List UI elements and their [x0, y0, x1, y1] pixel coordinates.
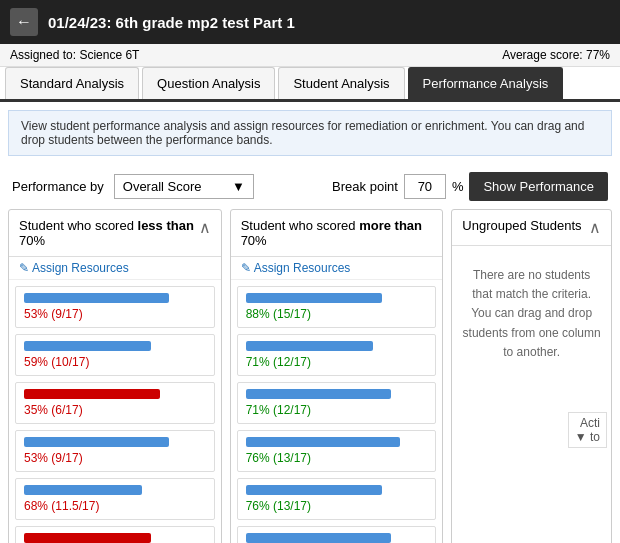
- list-item[interactable]: 71% (12/17): [237, 334, 437, 376]
- student-score: 35% (6/17): [24, 403, 206, 417]
- breakpoint-section: Break point % Show Performance: [332, 172, 608, 201]
- less-than-column: Student who scored less than 70% ∧ Assig…: [8, 209, 222, 543]
- student-name-blur: [24, 533, 151, 543]
- ungrouped-column: Ungrouped Students ∧ There are no studen…: [451, 209, 612, 543]
- ungrouped-header: Ungrouped Students ∧: [452, 210, 611, 246]
- student-score: 71% (12/17): [246, 355, 428, 369]
- student-name-blur: [246, 341, 373, 351]
- tab-performance[interactable]: Performance Analysis: [408, 67, 564, 99]
- ungrouped-message: There are no students that match the cri…: [452, 246, 611, 382]
- more-than-header-prefix: Student who scored: [241, 218, 360, 233]
- columns-wrapper: Student who scored less than 70% ∧ Assig…: [0, 209, 620, 543]
- student-score: 76% (13/17): [246, 451, 428, 465]
- list-item[interactable]: 71% (12/17): [237, 382, 437, 424]
- less-than-assign-resources[interactable]: Assign Resources: [9, 257, 221, 280]
- list-item[interactable]: 35% (6/17): [15, 382, 215, 424]
- more-than-column: Student who scored more than 70% Assign …: [230, 209, 444, 543]
- more-than-header: Student who scored more than 70%: [231, 210, 443, 257]
- student-score: 59% (10/17): [24, 355, 206, 369]
- student-score: 88% (15/17): [246, 307, 428, 321]
- list-item[interactable]: 53% (9/17): [15, 286, 215, 328]
- tabs-bar: Standard Analysis Question Analysis Stud…: [0, 67, 620, 102]
- tab-question[interactable]: Question Analysis: [142, 67, 275, 99]
- avg-score: Average score: 77%: [502, 48, 610, 62]
- student-name-blur: [24, 293, 169, 303]
- list-item[interactable]: 94% (16/17): [237, 526, 437, 543]
- info-bar: View student performance analysis and as…: [8, 110, 612, 156]
- perf-by-select[interactable]: Overall Score ▼: [114, 174, 254, 199]
- more-than-student-list: 88% (15/17) 71% (12/17) 71% (12/17) 76% …: [231, 280, 443, 543]
- break-point-label: Break point: [332, 179, 398, 194]
- student-name-blur: [24, 437, 169, 447]
- list-item[interactable]: 76% (13/17): [237, 478, 437, 520]
- more-than-assign-resources[interactable]: Assign Resources: [231, 257, 443, 280]
- list-item[interactable]: 88% (15/17): [237, 286, 437, 328]
- list-item[interactable]: 76% (13/17): [237, 430, 437, 472]
- student-name-blur: [246, 293, 382, 303]
- ungrouped-title: Ungrouped Students: [462, 218, 581, 233]
- break-point-input[interactable]: [404, 174, 446, 199]
- student-score: 53% (9/17): [24, 451, 206, 465]
- student-score: 53% (9/17): [24, 307, 206, 321]
- list-item[interactable]: 53% (9/17): [15, 430, 215, 472]
- percent-sign: %: [452, 179, 464, 194]
- student-name-blur: [246, 533, 391, 543]
- assigned-row: Assigned to: Science 6T Average score: 7…: [0, 44, 620, 67]
- more-than-bold: more than: [359, 218, 422, 233]
- page-title: 01/24/23: 6th grade mp2 test Part 1: [48, 14, 610, 31]
- ungrouped-scroll-up[interactable]: ∧: [589, 218, 601, 237]
- student-name-blur: [24, 389, 160, 399]
- student-name-blur: [246, 389, 391, 399]
- less-than-bold: less than: [138, 218, 194, 233]
- list-item[interactable]: 68% (11.5/17): [15, 478, 215, 520]
- student-name-blur: [246, 485, 382, 495]
- more-than-header-suffix: 70%: [241, 233, 267, 248]
- student-name-blur: [24, 341, 151, 351]
- student-name-blur: [24, 485, 142, 495]
- less-than-header-suffix: 70%: [19, 233, 45, 248]
- tab-student[interactable]: Student Analysis: [278, 67, 404, 99]
- list-item[interactable]: 50% (8.5/17): [15, 526, 215, 543]
- show-performance-button[interactable]: Show Performance: [469, 172, 608, 201]
- student-score: 76% (13/17): [246, 499, 428, 513]
- header: ← 01/24/23: 6th grade mp2 test Part 1 As…: [0, 0, 620, 67]
- controls-row: Performance by Overall Score ▼ Break poi…: [0, 164, 620, 209]
- tab-standard[interactable]: Standard Analysis: [5, 67, 139, 99]
- acti-hint: Acti ▼ to: [568, 412, 607, 448]
- info-text: View student performance analysis and as…: [21, 119, 584, 147]
- assigned-to: Assigned to: Science 6T: [10, 48, 139, 62]
- back-button[interactable]: ←: [10, 8, 38, 36]
- perf-by-label: Performance by: [12, 179, 104, 194]
- less-than-header-prefix: Student who scored: [19, 218, 138, 233]
- less-than-header: Student who scored less than 70% ∧: [9, 210, 221, 257]
- columns-container: Student who scored less than 70% ∧ Assig…: [0, 209, 620, 543]
- student-score: 68% (11.5/17): [24, 499, 206, 513]
- student-name-blur: [246, 437, 400, 447]
- chevron-down-icon: ▼: [232, 179, 245, 194]
- student-score: 71% (12/17): [246, 403, 428, 417]
- perf-by-value: Overall Score: [123, 179, 202, 194]
- less-than-scroll-up[interactable]: ∧: [199, 218, 211, 237]
- less-than-student-list: 53% (9/17) 59% (10/17) 35% (6/17) 53% (9…: [9, 280, 221, 543]
- list-item[interactable]: 59% (10/17): [15, 334, 215, 376]
